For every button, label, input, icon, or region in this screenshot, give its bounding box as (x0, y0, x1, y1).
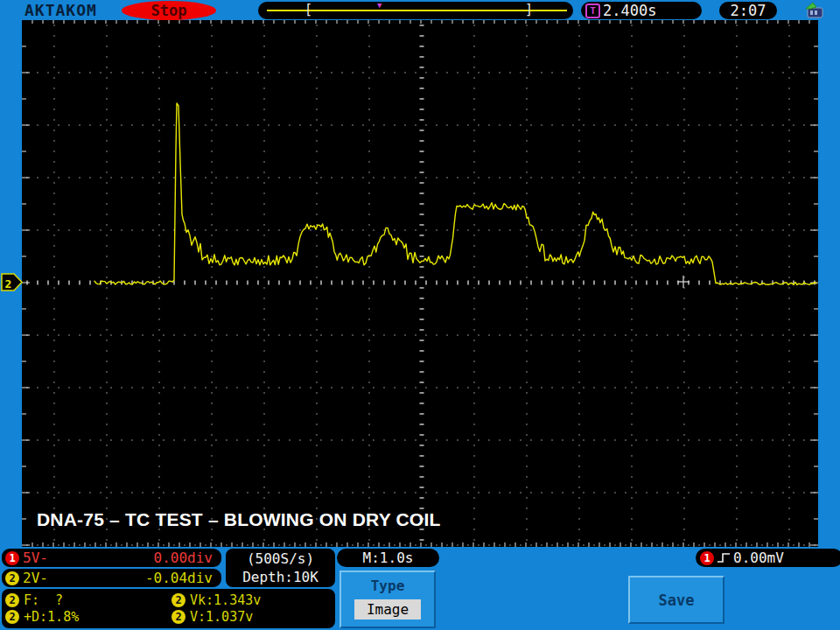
measurements-panel: 2 F: ? 2 Vk:1.343v 2 +D:1.8% 2 V:1.037v (2, 589, 335, 628)
type-image-option[interactable]: Image (354, 599, 421, 620)
channel2-offset: -0.04div (145, 570, 213, 586)
save-button[interactable]: Save (628, 576, 724, 624)
measurement-duty: 2 +D:1.8% (5, 609, 172, 626)
sample-rate: (500S/s) (247, 550, 314, 568)
measurement-voltage: 2 V:1.037v (172, 609, 332, 626)
softmenu-type-panel: Type Image (340, 570, 436, 628)
measurement-value: F: ? (24, 592, 63, 608)
measure-ch2-badge-icon: 2 (5, 593, 19, 607)
channel2-status: 2 2V- -0.04div (2, 569, 221, 587)
trigger-delay-value: 2.400s (603, 2, 656, 19)
trigger-position-marker-icon: ▼ (377, 2, 382, 10)
oscilloscope-screen: 2 AKTAKOM Stop [ ] ▼ T 2.400s 2:07 DNA-7… (0, 0, 840, 630)
rising-edge-icon (717, 551, 731, 564)
trigger-level-readout: 1 0.00mV (696, 549, 840, 567)
channel2-scale: 2V- (23, 570, 48, 586)
measurement-vk: 2 Vk:1.343v (172, 592, 332, 609)
measurement-frequency: 2 F: ? (5, 592, 172, 609)
measure-ch2-badge-icon: 2 (172, 610, 186, 624)
measurement-value: Vk:1.343v (190, 592, 261, 608)
channel1-offset: 0.00div (154, 550, 213, 566)
trigger-delay-readout: T 2.400s (581, 2, 702, 19)
measurement-value: V:1.037v (190, 609, 253, 625)
trigger-position-bar[interactable]: [ ] ▼ (258, 2, 573, 19)
record-depth: Depth:10K (242, 568, 318, 586)
svg-text:2: 2 (5, 277, 12, 290)
clock: 2:07 (719, 2, 777, 19)
measure-ch2-badge-icon: 2 (5, 610, 19, 624)
channel1-badge-icon: 1 (5, 551, 19, 565)
channel1-status: 1 5V- 0.00div (2, 549, 221, 567)
trigger-source-badge-icon: 1 (700, 551, 714, 565)
view-left-bracket: [ (304, 3, 312, 18)
channel2-badge-icon: 2 (5, 571, 19, 585)
usb-storage-icon (802, 1, 827, 20)
annotation-text: DNA-75 – TC TEST – BLOWING ON DRY COIL (37, 509, 440, 530)
timebase-readout: M:1.0s (337, 549, 439, 567)
view-right-bracket: ] (525, 3, 533, 18)
acquisition-info: (500S/s) Depth:10K (226, 549, 335, 587)
channel1-scale: 5V- (23, 550, 48, 566)
brand-logo: AKTAKOM (24, 1, 97, 19)
trigger-level-value: 0.00mV (733, 550, 784, 566)
measurement-value: +D:1.8% (24, 609, 79, 625)
measure-ch2-badge-icon: 2 (172, 593, 186, 607)
type-label: Type (341, 578, 434, 594)
run-state-indicator[interactable]: Stop (122, 1, 216, 20)
scope-display: 2 (0, 0, 840, 630)
trigger-t-icon: T (585, 4, 600, 18)
